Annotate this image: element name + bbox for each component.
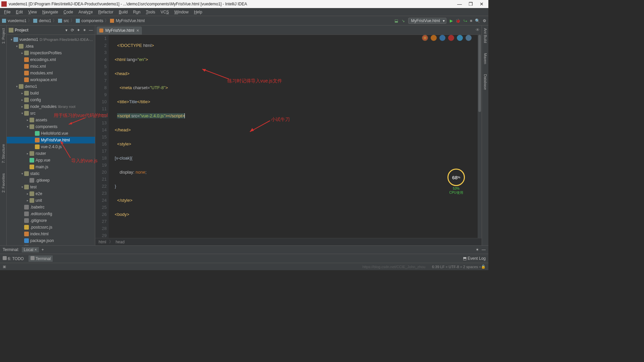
preview-icon[interactable]: 👁 bbox=[476, 27, 480, 32]
close-icon[interactable]: × bbox=[35, 247, 37, 252]
scrollbar-thumb[interactable] bbox=[478, 35, 481, 112]
chrome-icon[interactable] bbox=[422, 35, 428, 41]
update-icon[interactable]: ↘ bbox=[401, 18, 405, 23]
close-button[interactable]: ✕ bbox=[480, 1, 484, 7]
tree-item[interactable]: ▸inspectionProfiles bbox=[7, 50, 95, 56]
run-config-selector[interactable]: MyFristVue.html bbox=[408, 18, 446, 24]
tree-item[interactable]: ▸build bbox=[7, 90, 95, 97]
toggle-tools-icon[interactable]: ▣ bbox=[3, 264, 6, 269]
dropdown-icon[interactable]: ▾ bbox=[65, 28, 67, 33]
minimize-button[interactable]: — bbox=[457, 1, 462, 7]
close-icon[interactable]: ✕ bbox=[136, 28, 139, 33]
ie-icon[interactable] bbox=[457, 35, 463, 41]
tree-item[interactable]: HelloWorld.vue bbox=[7, 130, 95, 137]
menu-window[interactable]: Window bbox=[172, 9, 191, 15]
terminal-tool[interactable]: Terminal bbox=[29, 255, 53, 262]
tree-item[interactable]: modules.xml bbox=[7, 70, 95, 76]
status-right[interactable]: 6:39 LF ÷ UTF-8 ÷ 2 spaces ÷ bbox=[432, 265, 481, 269]
menu-help[interactable]: Help bbox=[192, 9, 204, 15]
menu-code[interactable]: Code bbox=[61, 9, 75, 15]
search-button[interactable]: 🔍 bbox=[475, 18, 480, 23]
crumb-item[interactable]: demo1 bbox=[39, 18, 51, 23]
tool-maven[interactable]: Maven bbox=[483, 53, 487, 64]
gutter[interactable]: 1234567891011121314151617181920212223242… bbox=[95, 35, 109, 238]
build-icon[interactable]: ⬓ bbox=[394, 18, 398, 23]
coverage-button[interactable]: ⮑ bbox=[463, 18, 467, 23]
tool-favorites[interactable]: 2: Favorites bbox=[1, 173, 5, 192]
tree-item[interactable]: ▾.idea bbox=[7, 43, 95, 50]
tree-item[interactable]: package.json bbox=[7, 237, 95, 244]
tool-ant[interactable]: Ant Build bbox=[483, 28, 487, 43]
edge-icon[interactable] bbox=[466, 35, 472, 41]
tree-item[interactable]: ▸unit bbox=[7, 197, 95, 204]
tree-item[interactable]: ▾demo1 bbox=[7, 83, 95, 90]
debug-button[interactable]: 🐞 bbox=[455, 18, 461, 23]
settings-icon[interactable]: ✶ bbox=[476, 247, 479, 252]
crumb-item[interactable]: html bbox=[99, 240, 106, 244]
tool-database[interactable]: Database bbox=[483, 74, 487, 90]
opera-icon[interactable] bbox=[448, 35, 454, 41]
tree-item[interactable]: .editorconfig bbox=[7, 210, 95, 217]
crumb-item[interactable]: src bbox=[64, 18, 69, 23]
settings-icon[interactable]: ✶ bbox=[83, 28, 86, 33]
maximize-button[interactable]: ❐ bbox=[469, 1, 473, 7]
tree-item[interactable]: ▾src bbox=[7, 110, 95, 117]
tree-item[interactable]: ▾test bbox=[7, 184, 95, 190]
tree-item[interactable]: vue-2.4.0.js bbox=[7, 143, 95, 150]
tree-item[interactable]: encodings.xml bbox=[7, 56, 95, 63]
tree-item[interactable]: .gitkeep bbox=[7, 177, 95, 184]
tree-item[interactable]: ▾static bbox=[7, 170, 95, 177]
tree-item[interactable]: misc.xml bbox=[7, 63, 95, 70]
menu-refactor[interactable]: Refactor bbox=[96, 9, 115, 15]
tree-item[interactable]: ▸node_moduleslibrary root bbox=[7, 103, 95, 110]
project-tree[interactable]: ▾vuedemo1D:\Program Files\IntelliJ-IDEA-… bbox=[7, 35, 95, 245]
tree-item[interactable]: main.js bbox=[7, 164, 95, 170]
menu-tools[interactable]: Tools bbox=[144, 9, 157, 15]
tree-item[interactable]: .gitignore bbox=[7, 217, 95, 224]
tree-item[interactable]: ▾vuedemo1D:\Program Files\IntelliJ-IDEA-… bbox=[7, 36, 95, 43]
menu-navigate[interactable]: Navigate bbox=[40, 9, 60, 15]
tree-item[interactable]: ▸assets bbox=[7, 117, 95, 123]
tree-item[interactable]: .postcssrc.js bbox=[7, 224, 95, 231]
crumb-item[interactable]: MyFristVue.html bbox=[116, 18, 145, 23]
menu-vcs[interactable]: VCS bbox=[159, 9, 171, 15]
menu-run[interactable]: Run bbox=[131, 9, 143, 15]
crumb-item[interactable]: head bbox=[116, 240, 125, 244]
tree-item[interactable]: MyFristVue.html bbox=[7, 137, 95, 143]
menu-analyze[interactable]: Analyze bbox=[76, 9, 95, 15]
tree-item[interactable]: index.html bbox=[7, 231, 95, 237]
stop-button[interactable]: ■ bbox=[470, 18, 472, 23]
menu-build[interactable]: Build bbox=[117, 9, 130, 15]
tree-item[interactable]: README.md bbox=[7, 244, 95, 245]
tree-item[interactable]: workspace.xml bbox=[7, 76, 95, 83]
lock-icon[interactable]: 🔒 bbox=[481, 264, 486, 269]
terminal-tab[interactable]: Local × bbox=[22, 247, 39, 252]
tree-item[interactable]: ▾components bbox=[7, 123, 95, 130]
menu-file[interactable]: File bbox=[2, 9, 12, 15]
event-log-tool[interactable]: ⬒ Event Log bbox=[463, 256, 486, 261]
collapse-icon[interactable]: ✦ bbox=[77, 28, 80, 33]
tool-structure[interactable]: 7: Structure bbox=[1, 144, 5, 163]
sync-icon[interactable]: ⟳ bbox=[71, 28, 74, 33]
tree-item[interactable]: ▸config bbox=[7, 97, 95, 103]
safari-icon[interactable] bbox=[439, 35, 445, 41]
menu-view[interactable]: View bbox=[26, 9, 39, 15]
settings-icon[interactable]: ⚙ bbox=[483, 18, 486, 23]
run-button[interactable]: ▶ bbox=[450, 18, 453, 23]
firefox-icon[interactable] bbox=[431, 35, 437, 41]
tree-item[interactable]: .babelrc bbox=[7, 204, 95, 210]
crumb-item[interactable]: components bbox=[82, 18, 103, 23]
tree-item[interactable]: App.vue bbox=[7, 157, 95, 164]
tool-project[interactable]: 1: Project bbox=[1, 28, 5, 44]
scrollbar-vertical[interactable] bbox=[478, 35, 482, 238]
code[interactable]: <!DOCTYPE html> <html lang="en"> <head> … bbox=[109, 35, 482, 238]
editor-tab[interactable]: MyFristVue.html ✕ bbox=[97, 26, 142, 35]
todo-tool[interactable]: 6: TODO bbox=[3, 256, 24, 261]
hide-icon[interactable]: — bbox=[89, 28, 93, 33]
tree-item[interactable]: ▸router bbox=[7, 150, 95, 157]
crumb-item[interactable]: vuedemo1 bbox=[8, 18, 26, 23]
menu-edit[interactable]: Edit bbox=[14, 9, 25, 15]
editor-body[interactable]: 1234567891011121314151617181920212223242… bbox=[95, 35, 482, 238]
tree-item[interactable]: ▸e2e bbox=[7, 190, 95, 197]
hide-icon[interactable]: — bbox=[482, 247, 486, 252]
